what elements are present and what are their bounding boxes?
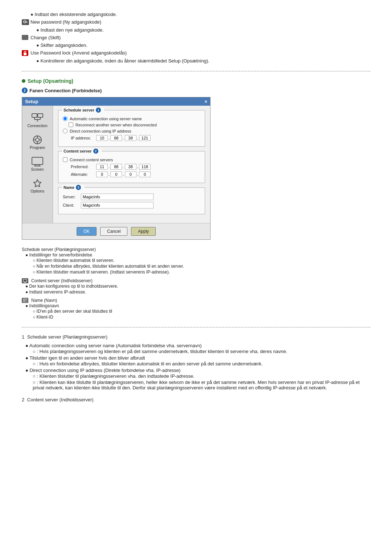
bullet-existing-pw: Indtast den eksisterende adgangskode. [30, 11, 370, 18]
ip-dot-1: . [109, 135, 110, 141]
name-group-title: Name 3 [62, 185, 84, 190]
radio-direct-label: Direct connection using IP address [70, 129, 131, 133]
content-server-expl-title: Content server (Indholdsserver) [22, 278, 370, 283]
radio-direct-input[interactable] [63, 129, 68, 133]
sidebar-screen[interactable]: Screen [22, 153, 53, 175]
expl-content-1: Der kan konfigureres op til to indholdss… [25, 283, 370, 289]
dialog-main-content: Schedule server 1 Automatic connection u… [53, 106, 210, 223]
schedule-server-group: Schedule server 1 Automatic connection u… [58, 110, 205, 147]
preferred-octet-4[interactable] [139, 164, 151, 170]
section1-item-3: Direct connection using IP address (Dire… [25, 367, 370, 391]
client-name-input[interactable] [81, 202, 154, 208]
alternate-fields: . . . [96, 171, 151, 177]
svg-rect-4 [32, 114, 37, 117]
section2-heading: 2 Content server (Indholdsserver) [22, 397, 370, 402]
sidebar-options[interactable]: Options [22, 175, 53, 197]
name-group: Name 3 Server: Client: [58, 187, 205, 214]
program-icon [31, 134, 44, 145]
ip-octet-2[interactable] [110, 135, 122, 141]
options-icon [31, 178, 44, 189]
change-label: Change (Skift) [30, 35, 61, 40]
sidebar-connection-label: Connection [27, 123, 48, 128]
sidebar-connection[interactable]: Connection [22, 109, 53, 131]
svg-rect-5 [38, 114, 43, 117]
expl-sub-3: Klienten tilslutter manuelt til serveren… [33, 269, 370, 275]
top-section: Indtast den eksisterende adgangskode. Ne… [22, 11, 370, 64]
setup-heading-text: Setup (Opsætning) [28, 78, 73, 84]
dialog-sidebar: Connection Program [22, 106, 53, 223]
preferred-octet-1[interactable] [96, 164, 108, 170]
radio-direct-connect[interactable]: Direct connection using IP address [63, 129, 200, 133]
connection-tab-heading: 2 Fanen Connection (Forbindelse) [22, 88, 370, 93]
section1-title: Schedule server (Planlægningsserver) [27, 334, 107, 340]
alternate-label: Alternate: [71, 172, 96, 177]
ip-octet-4[interactable] [139, 135, 151, 141]
schedule-server-expl-label: Schedule server (Planlægningsserver) [22, 247, 96, 252]
sidebar-options-label: Options [30, 189, 44, 193]
screen-icon [31, 156, 44, 167]
section2-num: 2 [22, 397, 24, 402]
ip-address-row: IP address: . . . [71, 135, 200, 141]
setup-dialog: Setup × Connection [22, 97, 211, 240]
preferred-fields: . . . [96, 164, 151, 170]
server-name-row: Server: [63, 194, 200, 200]
server-name-input[interactable] [81, 194, 154, 200]
checkbox-content-input[interactable] [63, 157, 68, 162]
green-dot-icon [22, 79, 25, 83]
expl-name-sub-1: ID'en på den server der skal tilsluttes … [33, 308, 370, 314]
sidebar-program-label: Program [30, 145, 45, 150]
radio-auto-connect-input[interactable] [63, 116, 68, 121]
svg-rect-1 [25, 22, 27, 23]
section1-item-2: Tilslutter igen til en anden server hvis… [25, 355, 370, 367]
content-server-expl-label: Content server (Indholdsserver) [31, 278, 93, 283]
ok-button[interactable]: OK [77, 227, 97, 236]
checkbox-content-servers[interactable]: Connect content servers [63, 157, 200, 162]
expl-item-1: Indstillinger for serverforbindelse Klie… [25, 252, 370, 275]
svg-point-11 [36, 138, 39, 142]
change-row: Change (Skift) [22, 35, 370, 40]
dialog-body: Connection Program [22, 106, 210, 223]
radio-auto-label: Automatic connection using server name [70, 117, 142, 121]
checkbox-reconnect[interactable]: Reconnect another server when disconnect… [69, 122, 200, 127]
schedule-server-expl-title: Schedule server (Planlægningsserver) [22, 247, 370, 252]
section1-num: 1 [22, 334, 24, 340]
ip-label: IP address: [71, 136, 96, 140]
schedule-badge: 1 [96, 108, 101, 113]
schedule-server-label: Schedule server [64, 108, 94, 112]
alternate-octet-3[interactable] [125, 171, 136, 177]
divider-2 [22, 327, 370, 328]
svg-rect-3 [24, 53, 26, 55]
radio-auto-connect[interactable]: Automatic connection using server name [63, 116, 200, 121]
server-name-label: Server: [63, 195, 81, 199]
ip-dot-2: . [123, 135, 124, 141]
checkbox-reconnect-label: Reconnect another server when disconnect… [75, 123, 157, 127]
preferred-row: Preferred: . . . [71, 164, 200, 170]
connection-tab-text: Fanen Connection (Forbindelse) [29, 88, 102, 93]
content-badge: 2 [93, 149, 98, 154]
name-expl-label: Name (Navn) [31, 298, 57, 303]
usepw-row: Use Password lock (Anvend adgangskodelås… [22, 50, 370, 56]
preferred-octet-2[interactable] [110, 164, 122, 170]
apply-button[interactable]: Apply [131, 227, 156, 236]
new-password-row: New password (Ny adgangskode) [22, 19, 370, 25]
svg-rect-2 [26, 22, 27, 23]
preferred-octet-3[interactable] [125, 164, 136, 170]
client-name-label: Client: [63, 203, 81, 207]
cancel-button[interactable]: Cancel [100, 227, 127, 236]
ip-dot-3: . [137, 135, 138, 141]
s1-sub-3: : Klienten tilslutter til planlægningsse… [33, 373, 370, 379]
name-expl-title: Name (Navn) [22, 298, 370, 303]
s1-sub-4: : Klienten kan ikke tilslutte til planlæ… [33, 379, 370, 391]
dialog-close-button[interactable]: × [204, 99, 207, 104]
section1-heading: 1 Schedule server (Planlægningsserver) [22, 334, 370, 340]
ip-octet-3[interactable] [125, 135, 136, 141]
alternate-row: Alternate: . . . [71, 171, 200, 177]
sidebar-program[interactable]: Program [22, 131, 53, 153]
below-dialog-explanation: Schedule server (Planlægningsserver) Ind… [22, 247, 370, 320]
expl-sub-1: Klienten tilslutter automatisk til serve… [33, 258, 370, 263]
alternate-octet-4[interactable] [139, 171, 151, 177]
checkbox-reconnect-input[interactable] [69, 122, 73, 127]
alternate-octet-2[interactable] [110, 171, 122, 177]
ip-octet-1[interactable] [96, 135, 108, 141]
alternate-octet-1[interactable] [96, 171, 108, 177]
